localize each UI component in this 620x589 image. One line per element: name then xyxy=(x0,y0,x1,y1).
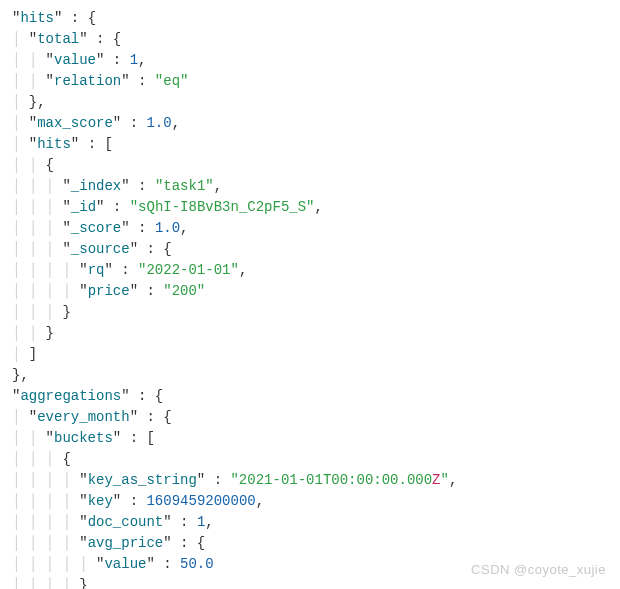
code-line: │ │ │ "_index" : "task1", xyxy=(12,176,608,197)
watermark-text: CSDN @coyote_xujie xyxy=(471,560,606,580)
code-line: │ │ "relation" : "eq" xyxy=(12,71,608,92)
code-line: │ │ │ "_source" : { xyxy=(12,239,608,260)
code-line: │ │ "value" : 1, xyxy=(12,50,608,71)
code-line: │ │ │ "_score" : 1.0, xyxy=(12,218,608,239)
code-line: │ │ │ } xyxy=(12,302,608,323)
code-line: │ │ │ │ "key_as_string" : "2021-01-01T00… xyxy=(12,470,608,491)
code-line: │ │ │ │ "key" : 1609459200000, xyxy=(12,491,608,512)
code-line: │ │ { xyxy=(12,155,608,176)
code-line: │ │ │ │ "doc_count" : 1, xyxy=(12,512,608,533)
code-line: │ │ │ │ "avg_price" : { xyxy=(12,533,608,554)
code-line: │ }, xyxy=(12,92,608,113)
code-line: "aggregations" : { xyxy=(12,386,608,407)
code-line: │ "max_score" : 1.0, xyxy=(12,113,608,134)
code-line: │ "hits" : [ xyxy=(12,134,608,155)
json-code-block: "hits" : {│ "total" : {│ │ "value" : 1,│… xyxy=(12,8,608,589)
code-line: │ │ │ │ "price" : "200" xyxy=(12,281,608,302)
code-line: │ "every_month" : { xyxy=(12,407,608,428)
code-line: "hits" : { xyxy=(12,8,608,29)
code-line: │ ] xyxy=(12,344,608,365)
code-line: │ │ } xyxy=(12,323,608,344)
code-line: }, xyxy=(12,365,608,386)
code-line: │ │ │ │ "rq" : "2022-01-01", xyxy=(12,260,608,281)
code-line: │ │ │ { xyxy=(12,449,608,470)
code-line: │ │ "buckets" : [ xyxy=(12,428,608,449)
code-line: │ "total" : { xyxy=(12,29,608,50)
code-line: │ │ │ "_id" : "sQhI-I8BvB3n_C2pF5_S", xyxy=(12,197,608,218)
